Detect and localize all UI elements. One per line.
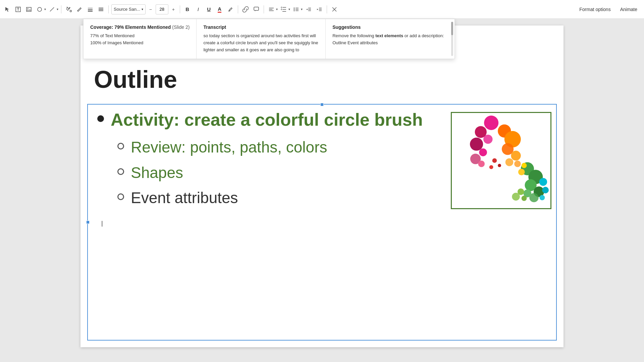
font-size-box: [156, 4, 168, 14]
svg-point-60: [540, 195, 545, 200]
coverage-stats-section: Coverage: 79% Elements Mentioned (Slide …: [84, 19, 197, 59]
font-size-input[interactable]: [156, 7, 168, 12]
animate-button[interactable]: Animate: [616, 5, 641, 14]
indent-more-icon[interactable]: [315, 5, 324, 14]
svg-point-38: [483, 135, 492, 144]
coverage-title: Coverage: 79% Elements Mentioned (Slide …: [90, 24, 190, 30]
suggestions-text: Remove the following text elements or ad…: [332, 33, 448, 47]
svg-point-64: [522, 163, 527, 168]
main-bullet-item: Activity: create a colorful circle brush: [97, 109, 446, 130]
format-options-button[interactable]: Format options: [575, 5, 614, 14]
transcript-section: Transcript so today section is organized…: [197, 19, 326, 59]
sub-bullet-text-1[interactable]: Review: points, paths, colors: [131, 138, 327, 157]
separator-5: [264, 5, 264, 13]
paint-bucket-icon[interactable]: [64, 5, 73, 14]
indent-less-icon[interactable]: [304, 5, 313, 14]
sub-items-container: Review: points, paths, colors Shapes Eve…: [117, 138, 446, 207]
font-family-dropdown[interactable]: Source San... ▾: [111, 4, 146, 14]
svg-point-48: [514, 161, 521, 167]
svg-line-6: [50, 7, 54, 11]
svg-point-62: [522, 196, 527, 201]
svg-rect-12: [99, 9, 103, 10]
toolbar: ▾ ▾ Source San... ▾ − + B I U: [0, 0, 644, 19]
line-tool-dropdown[interactable]: ▾: [47, 5, 58, 14]
align-dropdown[interactable]: ▾: [267, 5, 278, 14]
more-lines-icon[interactable]: [96, 5, 106, 14]
bullets-dropdown[interactable]: ▾: [291, 5, 303, 14]
separator-2: [108, 5, 109, 13]
font-size-decrease-button[interactable]: −: [147, 4, 154, 14]
line-weight-icon[interactable]: [86, 5, 95, 14]
shape-dropdown[interactable]: ▾: [35, 5, 46, 14]
font-color-icon[interactable]: A: [215, 5, 224, 14]
bold-button[interactable]: B: [183, 5, 192, 14]
svg-point-49: [492, 158, 497, 163]
sub-bullet-dot-2: [117, 168, 124, 175]
sub-bullet-item-2: Shapes: [117, 164, 446, 182]
separator-3: [180, 5, 180, 13]
sub-bullet-text-2[interactable]: Shapes: [131, 164, 183, 182]
coverage-popup: Coverage: 79% Elements Mentioned (Slide …: [83, 19, 455, 59]
svg-point-42: [478, 161, 485, 167]
font-size-increase-button[interactable]: +: [170, 4, 177, 14]
svg-point-22: [293, 7, 294, 8]
circles-svg: [452, 113, 550, 208]
suggestions-section: Suggestions Remove the following text el…: [326, 19, 454, 59]
svg-point-7: [70, 10, 72, 12]
textbox-icon[interactable]: [13, 5, 23, 14]
pencil-icon[interactable]: [75, 5, 84, 14]
svg-point-26: [293, 10, 294, 11]
svg-point-39: [470, 137, 483, 150]
italic-button[interactable]: I: [194, 5, 203, 14]
svg-point-24: [293, 9, 294, 10]
svg-rect-3: [26, 7, 31, 11]
sub-bullet-item-1: Review: points, paths, colors: [117, 138, 446, 157]
comment-icon[interactable]: [252, 5, 261, 14]
coverage-stat-text: 77% of Text Mentioned: [90, 33, 190, 40]
svg-rect-11: [99, 8, 103, 8]
svg-point-63: [512, 193, 520, 201]
svg-point-50: [498, 164, 501, 167]
main-area: Outline | Activity: create a colorful ci…: [0, 19, 644, 362]
transcript-text: so today section is organized around two…: [203, 33, 319, 53]
separator-1: [61, 5, 61, 13]
sub-bullet-dot-3: [117, 193, 124, 200]
coverage-stat-images: 100% of Images Mentioned: [90, 40, 190, 47]
slide: Outline | Activity: create a colorful ci…: [80, 25, 564, 347]
sub-bullet-dot-1: [117, 143, 124, 149]
svg-rect-13: [99, 10, 103, 11]
svg-point-46: [511, 151, 521, 161]
resize-handle-top[interactable]: [320, 103, 324, 106]
sub-bullet-item-3: Event attributes: [117, 189, 446, 207]
link-icon[interactable]: [241, 5, 250, 14]
slide-image: [451, 112, 551, 209]
cursor-ibeam: |: [101, 220, 103, 227]
svg-point-5: [38, 7, 42, 11]
sub-bullet-text-3[interactable]: Event attributes: [131, 189, 238, 207]
svg-point-58: [539, 178, 547, 186]
svg-point-47: [505, 158, 514, 166]
main-bullet-dot: [97, 115, 104, 122]
svg-rect-15: [254, 7, 259, 10]
line-spacing-dropdown[interactable]: ▾: [279, 5, 290, 14]
clear-format-icon[interactable]: [330, 5, 339, 14]
highlight-icon[interactable]: [226, 5, 235, 14]
main-bullet-text[interactable]: Activity: create a colorful circle brush: [111, 109, 423, 130]
underline-button[interactable]: U: [204, 5, 214, 14]
image-icon[interactable]: [24, 5, 34, 14]
resize-handle-left[interactable]: [86, 221, 90, 224]
svg-point-65: [518, 169, 525, 175]
svg-point-4: [28, 8, 29, 9]
svg-point-59: [542, 187, 549, 193]
scrollbar-thumb: [451, 22, 453, 35]
suggestions-title: Suggestions: [332, 24, 448, 30]
transcript-title: Transcript: [203, 24, 319, 30]
select-tool-icon[interactable]: [3, 5, 12, 14]
separator-4: [238, 5, 238, 13]
slide-title[interactable]: Outline: [94, 66, 177, 93]
popup-scrollbar[interactable]: [451, 22, 453, 56]
svg-point-40: [479, 148, 487, 157]
svg-point-36: [484, 116, 498, 130]
slide-content: Activity: create a colorful circle brush…: [97, 109, 446, 214]
separator-6: [327, 5, 327, 13]
